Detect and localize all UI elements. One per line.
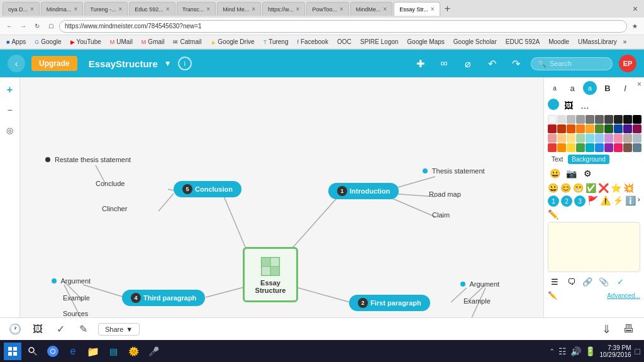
check-icon[interactable]: ✓	[53, 322, 68, 337]
color-dgreen[interactable]	[595, 124, 604, 133]
note-attach-icon[interactable]: 📎	[597, 275, 611, 288]
color-dorange[interactable]	[557, 124, 566, 133]
add-tool-button[interactable]: +	[3, 82, 18, 97]
target-button[interactable]: ◎	[3, 123, 18, 138]
color-orange1[interactable]	[567, 124, 575, 133]
advanced-link[interactable]: Advanced...	[607, 292, 640, 299]
search-box[interactable]: 🔍 Search	[531, 57, 613, 70]
color-brown[interactable]	[623, 134, 632, 143]
color-lred[interactable]	[548, 134, 557, 143]
print-icon[interactable]: 🖶	[621, 322, 636, 337]
emoji-check[interactable]: ✅	[586, 183, 596, 193]
new-tab-button[interactable]: +	[441, 2, 454, 16]
note-bubble-icon[interactable]: 🗨	[564, 275, 578, 288]
start-button[interactable]	[4, 343, 21, 360]
bookmark-tureng[interactable]: T Tureng	[261, 37, 291, 47]
bookmark-educ592a[interactable]: EDUC 592A	[503, 37, 542, 47]
share-button[interactable]: Share ▼	[98, 323, 140, 336]
tab-mindma[interactable]: Mindma...×	[41, 2, 83, 16]
photos-taskbar-icon[interactable]: 🌞	[125, 343, 142, 360]
desktop-icon[interactable]: 🖼	[30, 322, 45, 337]
color-dblue[interactable]	[614, 124, 623, 133]
color-dpurple[interactable]	[623, 124, 632, 133]
bookmark-star[interactable]: ★	[630, 23, 640, 30]
undo-button[interactable]: ↶	[483, 55, 501, 72]
bookmark-gmaps[interactable]: Google Maps	[404, 37, 447, 47]
claim-node[interactable]: Claim	[432, 211, 450, 219]
smiley-icon[interactable]: 😀	[548, 167, 562, 180]
argument-right-node[interactable]: Argument	[460, 280, 499, 288]
style-circle-icon[interactable]	[548, 99, 559, 110]
color-blue[interactable]	[595, 143, 604, 152]
emoji-more[interactable]: ›	[638, 195, 640, 207]
tray-volume[interactable]: 🔊	[570, 346, 581, 356]
pencil-icon[interactable]: ✏️	[548, 209, 558, 219]
emoji-2[interactable]: 2	[561, 195, 572, 207]
header-dropdown-arrow[interactable]: ▼	[164, 59, 172, 68]
color-gray1[interactable]	[567, 115, 575, 124]
color-pink[interactable]	[614, 143, 623, 152]
color-brown2[interactable]	[623, 143, 632, 152]
argument-left-node[interactable]: Argument	[52, 277, 91, 285]
user-avatar[interactable]: EP	[619, 55, 636, 72]
color-blue-gray[interactable]	[633, 134, 641, 143]
format-text-medium[interactable]: a	[565, 81, 579, 95]
bookmarks-more[interactable]: »	[623, 38, 627, 45]
settings-icon[interactable]: ⚙	[580, 167, 594, 180]
bookmark-youtube[interactable]: ▶ YouTube	[68, 37, 104, 47]
upgrade-button[interactable]: Upgrade	[31, 56, 77, 71]
tray-chevron[interactable]: ⌃	[549, 348, 555, 356]
emoji-x[interactable]: ❌	[598, 183, 609, 193]
edge-taskbar-icon[interactable]: e	[64, 343, 82, 360]
tray-battery[interactable]: 🔋	[585, 346, 596, 356]
photo-icon[interactable]: 📷	[564, 167, 578, 180]
text-tab[interactable]: Text	[548, 155, 567, 164]
color-dpink[interactable]	[633, 124, 641, 133]
note-text-icon[interactable]: ☰	[548, 275, 562, 288]
third-paragraph-pill[interactable]: 4 Third paragraph	[122, 290, 205, 306]
color-dred[interactable]	[548, 124, 557, 133]
color-lorange[interactable]	[557, 134, 566, 143]
tab-mindme2[interactable]: MindMe...×	[350, 2, 392, 16]
bookmark-facebook[interactable]: f Facebook	[295, 37, 331, 47]
color-orange2[interactable]	[576, 124, 585, 133]
color-gray3[interactable]	[586, 115, 594, 124]
road-map-node[interactable]: Road map	[429, 190, 461, 198]
emoji-smile[interactable]: 😀	[548, 183, 558, 193]
color-yellow1[interactable]	[586, 124, 594, 133]
url-input[interactable]: https://www.mindmeister.com/784545630?ne…	[59, 20, 627, 33]
bookmark-spire[interactable]: SPIRE Logon	[358, 37, 401, 47]
example-left-node[interactable]: Example	[63, 294, 90, 302]
color-near-black[interactable]	[623, 115, 632, 124]
color-cyan[interactable]	[586, 143, 594, 152]
format-italic[interactable]: I	[618, 81, 632, 95]
thesis-statement-node[interactable]: Thesis statement	[423, 167, 485, 175]
folder-taskbar-icon[interactable]: 📁	[84, 343, 102, 360]
bookmark-catmail[interactable]: ✉ Catmail	[170, 37, 204, 47]
tab-transc[interactable]: Transc...×	[177, 2, 216, 16]
conclude-node[interactable]: Conclude	[96, 180, 125, 187]
zoom-in-button[interactable]: −	[3, 102, 18, 118]
emoji-star[interactable]: ⭐	[611, 183, 621, 193]
format-bold[interactable]: B	[601, 81, 614, 95]
mic-taskbar-icon[interactable]: 🎤	[145, 343, 162, 360]
connection-button[interactable]: ∞	[435, 55, 453, 72]
bookmark-umasslibrary[interactable]: UMassLibrary	[575, 37, 619, 47]
emoji-grin[interactable]: 😁	[573, 183, 584, 193]
tab-https[interactable]: https://w...×	[262, 2, 305, 16]
bookmark-gmail[interactable]: M Gmail	[139, 37, 167, 47]
tray-network[interactable]: ☷	[558, 346, 567, 356]
example-right-node[interactable]: Example	[464, 297, 491, 305]
color-lgray[interactable]	[557, 115, 566, 124]
header-info-button[interactable]: i	[178, 57, 192, 70]
tray-notifications[interactable]: □	[635, 346, 640, 356]
header-back-button[interactable]: ‹	[8, 55, 25, 72]
color-orange[interactable]	[557, 143, 566, 152]
redo-button[interactable]: ↷	[507, 55, 525, 72]
color-lyellow[interactable]	[567, 134, 575, 143]
format-text-large[interactable]: a	[583, 81, 597, 95]
refresh-button[interactable]: ↻	[31, 21, 43, 32]
history-icon[interactable]: 🕐	[8, 322, 23, 337]
search-taskbar-button[interactable]	[24, 343, 42, 360]
color-yellow[interactable]	[567, 143, 575, 152]
